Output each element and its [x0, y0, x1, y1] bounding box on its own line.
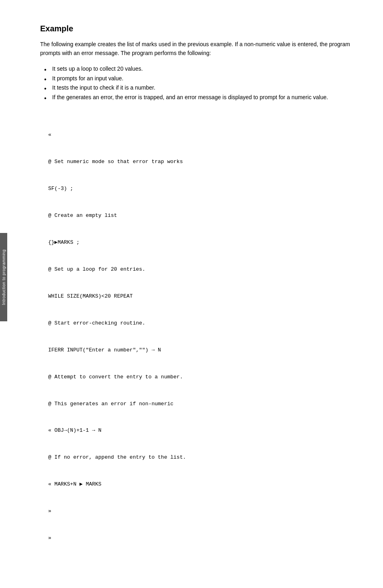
sidebar-label: Introduction to programming [2, 249, 6, 305]
main-content: Example The following example creates th… [40, 24, 351, 588]
code-line-11: « OBJ→(N)+1-1 → N [48, 426, 351, 435]
code-line-12: @ If no error, append the entry to the l… [48, 453, 351, 462]
page-title: Example [40, 24, 351, 33]
code-line-13: « MARKS+N ▶ MARKS [48, 480, 351, 489]
code-line-7: @ Start error-checking routine. [48, 319, 351, 328]
list-item: It sets up a loop to collect 20 values. [44, 64, 351, 74]
code-line-16 [48, 561, 351, 570]
intro-paragraph: The following example creates the list o… [40, 40, 351, 58]
list-item: It tests the input to check if it is a n… [44, 83, 351, 93]
code-line-10: @ This generates an error if non-numeric [48, 400, 351, 409]
code-line-0: « [48, 131, 351, 140]
code-line-14: » [48, 507, 351, 516]
code-block: « @ Set numeric mode so that error trap … [40, 109, 351, 588]
list-item: If the generates an error, the error is … [44, 93, 351, 102]
bullet-list: It sets up a loop to collect 20 values. … [44, 64, 351, 102]
code-line-8: IFERR INPUT("Enter a number","") → N [48, 346, 351, 355]
code-line-1: @ Set numeric mode so that error trap wo… [48, 157, 351, 167]
page-container: Introduction to programming Example The … [0, 0, 383, 588]
code-line-3: @ Create an empty list [48, 211, 351, 220]
code-line-15: » [48, 534, 351, 543]
code-line-2: SF(-3) ; [48, 184, 351, 194]
code-line-5: @ Set up a loop for 20 entries. [48, 265, 351, 274]
sidebar-bar: Introduction to programming [0, 233, 7, 321]
code-line-4: {}▶MARKS ; [48, 238, 351, 247]
code-line-6: WHILE SIZE(MARKS)<20 REPEAT [48, 292, 351, 301]
list-item: It prompts for an input value. [44, 74, 351, 84]
code-line-9: @ Attempt to convert the entry to a numb… [48, 373, 351, 382]
